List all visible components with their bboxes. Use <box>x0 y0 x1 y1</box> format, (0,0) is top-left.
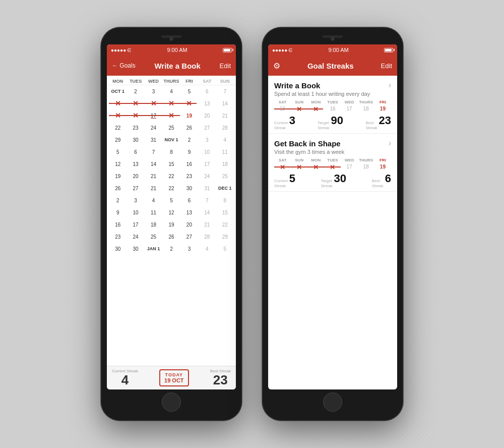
edit-button-1[interactable]: Edit <box>220 62 231 70</box>
nav-title-1: Write a Book <box>154 62 200 70</box>
best-streak-val-2: 6 <box>385 173 391 184</box>
cal-week-4: 22 23 24 25 26 27 28 <box>109 122 234 134</box>
status-time-2: 9:00 AM <box>328 47 348 53</box>
target-streak-1: TargetStreak 90 <box>318 115 343 130</box>
goal-chevron-1: › <box>389 81 391 90</box>
cal-header-wed: WED <box>145 79 162 84</box>
today-badge[interactable]: TODAY 19 OCT <box>159 369 189 386</box>
status-right-1 <box>223 48 232 52</box>
current-streak-block: Current Streak 4 <box>112 369 138 386</box>
status-time-1: 9:00 AM <box>167 47 187 53</box>
gear-icon[interactable]: ⚙ <box>273 61 280 71</box>
home-button-2[interactable] <box>323 393 342 412</box>
status-right-2 <box>384 48 393 52</box>
cal-body: OCT 1 2 3 4 5 6 7 8 9 10 11 12 13 <box>107 85 236 255</box>
best-streak-2: BestStreak 6 <box>372 173 391 188</box>
goal-item-write-book[interactable]: Write a Book › Spend at least 1 hour wri… <box>268 76 397 134</box>
phone-top-bar-1 <box>107 33 236 44</box>
goal-title-row-2: Get Back in Shape › <box>274 139 391 148</box>
goal-item-gym[interactable]: Get Back in Shape › Visit the gym 3 time… <box>268 134 397 192</box>
calendar-view: MON TUES WED THURS FRI SAT SUN OCT 1 2 3… <box>107 76 236 366</box>
mini-cal-header-2: SAT SUN MON TUES WED THURS FRI <box>274 158 391 162</box>
cal-week-5: 29 30 31 NOV 1 2 3 4 <box>109 134 234 146</box>
target-streak-val-1: 90 <box>331 115 343 126</box>
cal-header-thurs: THURS <box>162 79 180 84</box>
cal-header-fri: FRI <box>180 79 198 84</box>
target-streak-2: TargetStreak 30 <box>321 173 346 188</box>
best-streak-value: 23 <box>210 373 231 386</box>
phone-camera-1 <box>169 37 173 41</box>
current-streak-2: CurrentStreak 5 <box>274 173 295 188</box>
phone-1: ●●●●● ∈ 9:00 AM ← Goals Write a Book Edi… <box>101 27 242 421</box>
cal-month-oct: OCT 1 <box>109 87 127 95</box>
target-streak-val-2: 30 <box>334 173 346 184</box>
edit-button-2[interactable]: Edit <box>381 62 392 70</box>
nav-title-2: Goal Streaks <box>307 62 354 70</box>
cal-bottom-bar: Current Streak 4 TODAY 19 OCT Best Strea… <box>107 366 236 389</box>
goal-title-1: Write a Book <box>274 81 320 90</box>
status-left-2: ●●●●● ∈ <box>272 47 293 53</box>
best-streak-1: BestStreak 23 <box>365 115 391 130</box>
wifi-icon-2: ∈ <box>288 47 293 53</box>
cal-header-sun: SUN <box>216 79 234 84</box>
cal-week-3: 15 16 17 18 19 20 21 <box>109 109 234 122</box>
best-streak-val-1: 23 <box>379 115 391 126</box>
battery-icon-1 <box>223 48 232 52</box>
status-bar-1: ●●●●● ∈ 9:00 AM <box>107 44 236 55</box>
mini-cal-dates-2: 13 14 15 16 17 18 19 <box>274 163 391 170</box>
cal-week-2: 8 9 10 11 12 13 14 <box>109 97 234 109</box>
phone-screen-2: ●●●●● ∈ 9:00 AM ⚙ Goal Streaks Edit Writ… <box>268 44 397 389</box>
goal-subtitle-2: Visit the gym 3 times a week <box>274 149 391 155</box>
wifi-icon-1: ∈ <box>127 47 132 53</box>
phone-top-bar-2 <box>268 33 397 44</box>
phone-bottom-bar-1 <box>107 389 236 415</box>
phone-bottom-bar-2 <box>268 389 397 415</box>
nav-bar-1: ← Goals Write a Book Edit <box>107 55 236 76</box>
goal-stats-1: CurrentStreak 3 TargetStreak 90 <box>274 115 391 130</box>
current-streak-1: CurrentStreak 3 <box>274 115 295 130</box>
phone-camera-2 <box>331 37 335 41</box>
status-left-1: ●●●●● ∈ <box>111 47 132 53</box>
status-bar-2: ●●●●● ∈ 9:00 AM <box>268 44 397 55</box>
goal-chevron-2: › <box>389 139 391 148</box>
today-date: 19 OCT <box>164 377 184 383</box>
cal-header-mon: MON <box>109 79 127 84</box>
phone-screen-1: ●●●●● ∈ 9:00 AM ← Goals Write a Book Edi… <box>107 44 236 389</box>
goal-title-row-1: Write a Book › <box>274 81 391 90</box>
mini-cal-dates-1: 13 14 15 16 17 18 19 <box>274 105 391 112</box>
signal-dots-2: ●●●●● <box>272 47 287 53</box>
cal-header-sat: SAT <box>198 79 216 84</box>
back-button-1[interactable]: ← Goals <box>112 62 136 69</box>
home-button-1[interactable] <box>162 393 181 412</box>
goal-stats-2: CurrentStreak 5 TargetStreak 30 <box>274 173 391 188</box>
current-streak-value: 4 <box>112 373 138 386</box>
best-streak-block: Best Streak 23 <box>210 369 231 386</box>
current-streak-val-1: 3 <box>289 115 295 126</box>
mini-cal-header-1: SAT SUN MON TUES WED THURS FRI <box>274 100 391 104</box>
goal-subtitle-1: Spend at least 1 hour writing every day <box>274 91 391 97</box>
cal-week-1: OCT 1 2 3 4 5 6 7 <box>109 85 234 97</box>
goal-title-2: Get Back in Shape <box>274 139 341 148</box>
goals-list: Write a Book › Spend at least 1 hour wri… <box>268 76 397 389</box>
current-streak-val-2: 5 <box>289 173 295 184</box>
today-label: TODAY <box>164 372 184 377</box>
nav-bar-2: ⚙ Goal Streaks Edit <box>268 55 397 76</box>
phone-2: ●●●●● ∈ 9:00 AM ⚙ Goal Streaks Edit Writ… <box>262 27 403 421</box>
battery-icon-2 <box>384 48 393 52</box>
cal-header-tues: TUES <box>127 79 144 84</box>
cal-day-headers: MON TUES WED THURS FRI SAT SUN <box>107 76 236 85</box>
signal-dots-1: ●●●●● <box>111 47 126 53</box>
